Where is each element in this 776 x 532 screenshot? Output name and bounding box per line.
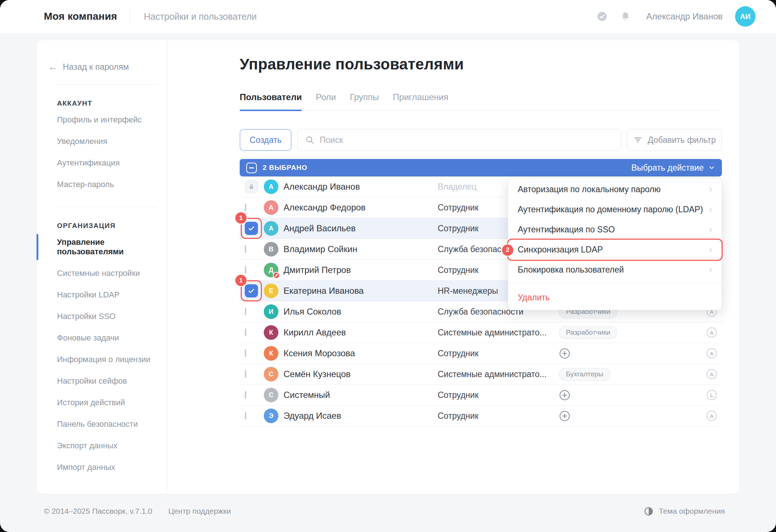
sidebar-item-security-panel[interactable]: Панель безопасности xyxy=(37,415,167,433)
sidebar-item-background-tasks[interactable]: Фоновые задачи xyxy=(37,329,167,347)
select-all-checkbox-indeterminate[interactable] xyxy=(246,163,257,173)
menu-item-label: Аутентификация по доменному паролю (LDAP… xyxy=(518,205,703,214)
tab-users[interactable]: Пользователи xyxy=(240,92,302,110)
row-checkbox-checked[interactable] xyxy=(245,222,258,235)
row-checkbox[interactable] xyxy=(245,412,246,419)
avatar: А xyxy=(264,179,278,194)
table-row[interactable]: Э Эдуард Исаев Сотрудник A xyxy=(240,406,722,426)
avatar: В xyxy=(264,242,278,256)
user-name-cell: Кирилл Авдеев xyxy=(284,327,438,338)
avatar: И xyxy=(264,304,278,319)
actions-dropdown-menu: Авторизация по локальному паролю Аутенти… xyxy=(508,178,722,310)
search-box[interactable] xyxy=(297,129,621,151)
add-filter-label: Добавить фильтр xyxy=(648,135,716,145)
add-group-button[interactable] xyxy=(559,410,570,422)
menu-item-ldap-sync[interactable]: 2 Синхронизация LDAP xyxy=(508,240,722,260)
row-checkbox[interactable] xyxy=(245,370,246,378)
sidebar-item-master-password[interactable]: Мастер-пароль xyxy=(37,175,167,194)
group-tag[interactable]: Бухгалтеры xyxy=(559,368,610,381)
tab-groups[interactable]: Группы xyxy=(350,92,379,110)
chevron-right-icon xyxy=(707,226,714,233)
sidebar-item-notifications[interactable]: Уведомления xyxy=(37,132,167,151)
avatar: А xyxy=(264,221,278,236)
choose-action-label: Выбрать действие xyxy=(631,163,704,173)
user-name-cell: Дмитрий Петров xyxy=(284,265,438,275)
selected-count: 2 ВЫБРАНО xyxy=(263,164,307,172)
chevron-right-icon xyxy=(707,206,714,213)
table-row[interactable]: С Семён Кузнецов Системные администрато.… xyxy=(240,364,722,385)
tabs-bar: Пользователи Роли Группы Приглашения xyxy=(240,92,722,111)
search-input[interactable] xyxy=(320,135,613,145)
sidebar-divider xyxy=(57,207,158,207)
sidebar-item-user-management[interactable]: Управление пользователями xyxy=(37,233,167,261)
menu-item-ldap-password[interactable]: Аутентификация по доменному паролю (LDAP… xyxy=(508,200,722,220)
tab-roles[interactable]: Роли xyxy=(316,92,336,110)
copyright-text: © 2014–2025 Пассворк, v.7.1.0 xyxy=(44,507,152,516)
row-checkbox[interactable] xyxy=(245,349,246,357)
sidebar-item-profile[interactable]: Профиль и интерфейс xyxy=(37,111,167,129)
back-to-passwords-link[interactable]: ← Назад к паролям xyxy=(37,61,167,73)
auth-type-icon: A xyxy=(707,348,717,358)
user-name-cell: Системный xyxy=(284,390,438,400)
chevron-right-icon xyxy=(707,266,714,274)
theme-icon xyxy=(644,506,654,516)
support-center-link[interactable]: Центр поддержки xyxy=(168,507,231,516)
user-role-cell: Сотрудник xyxy=(438,390,555,400)
avatar: А xyxy=(264,200,278,215)
menu-item-delete[interactable]: Удалить xyxy=(508,286,722,309)
row-checkbox[interactable] xyxy=(245,245,246,253)
menu-item-label: Авторизация по локальному паролю xyxy=(518,185,661,194)
table-row[interactable]: К Кирилл Авдеев Системные администрато..… xyxy=(240,322,722,343)
user-name[interactable]: Александр Иванов xyxy=(646,11,723,22)
sidebar-item-export[interactable]: Экспорт данных xyxy=(37,437,167,455)
add-filter-button[interactable]: Добавить фильтр xyxy=(627,129,722,151)
app-window: Моя компания Настройки и пользователи Ал… xyxy=(0,0,776,532)
sidebar-item-sso-settings[interactable]: Настройки SSO xyxy=(37,307,167,326)
user-avatar[interactable]: АИ xyxy=(735,6,756,27)
row-checkbox[interactable] xyxy=(245,266,246,274)
search-icon xyxy=(305,135,315,145)
menu-item-sso-auth[interactable]: Аутентификация по SSO xyxy=(508,220,722,240)
sidebar-item-import[interactable]: Импорт данных xyxy=(37,458,167,476)
chevron-down-icon xyxy=(708,164,715,171)
theme-toggle[interactable]: Тема оформления xyxy=(644,506,725,516)
user-name-cell: Александр Федоров xyxy=(284,202,438,213)
sidebar-item-system-settings[interactable]: Системные настройки xyxy=(37,264,167,282)
row-checkbox[interactable] xyxy=(245,308,246,315)
theme-label: Тема оформления xyxy=(659,507,725,516)
row-checkbox-checked[interactable] xyxy=(245,284,258,297)
filter-icon xyxy=(633,135,643,145)
menu-item-block-users[interactable]: Блокировка пользователей xyxy=(508,260,722,280)
sidebar-item-ldap-settings[interactable]: Настройки LDAP xyxy=(37,286,167,304)
row-checkbox[interactable] xyxy=(245,328,246,336)
sidebar-item-vault-settings[interactable]: Настройки сейфов xyxy=(37,372,167,390)
choose-action-dropdown[interactable]: Выбрать действие xyxy=(631,163,715,173)
sidebar-item-license-info[interactable]: Информация о лицензии xyxy=(37,350,167,369)
toolbar: Создать Добавить фильтр xyxy=(240,129,722,151)
group-tag[interactable]: Разработчики xyxy=(559,326,617,339)
sidebar-divider xyxy=(57,84,158,85)
user-role-cell: Системные администрато... xyxy=(438,328,555,338)
table-row[interactable]: К Ксения Морозова Сотрудник A xyxy=(240,343,722,364)
tab-invitations[interactable]: Приглашения xyxy=(393,92,448,110)
menu-item-local-password[interactable]: Авторизация по локальному паролю xyxy=(508,179,722,200)
check-circle-icon[interactable] xyxy=(597,11,608,22)
row-checkbox[interactable] xyxy=(245,204,246,211)
avatar: Е xyxy=(264,284,278,298)
avatar: К xyxy=(264,325,278,340)
avatar: К xyxy=(264,346,278,361)
bell-icon[interactable] xyxy=(620,11,631,22)
user-role-cell: Сотрудник xyxy=(438,349,555,358)
table-row[interactable]: С Системный Сотрудник L xyxy=(240,385,722,406)
add-group-button[interactable] xyxy=(559,348,570,359)
footer: © 2014–2025 Пассворк, v.7.1.0 Центр подд… xyxy=(0,494,776,532)
create-button[interactable]: Создать xyxy=(240,129,292,151)
row-checkbox[interactable] xyxy=(245,391,246,399)
sidebar-item-authentication[interactable]: Аутентификация xyxy=(37,154,167,172)
header-divider xyxy=(130,8,131,25)
company-name: Моя компания xyxy=(44,11,117,22)
add-group-button[interactable] xyxy=(559,390,570,401)
menu-item-label: Блокировка пользователей xyxy=(518,265,624,275)
sidebar-item-action-history[interactable]: История действий xyxy=(37,394,167,412)
annotation-step-badge: 2 xyxy=(502,244,513,256)
